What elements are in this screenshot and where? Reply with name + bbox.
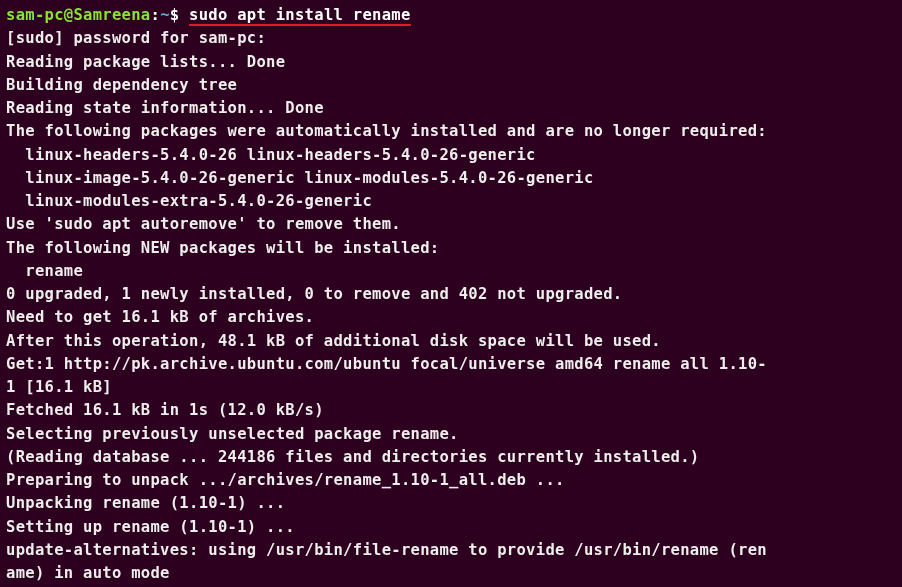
output-line: 1 [16.1 kB] — [6, 376, 896, 399]
output-line: Need to get 16.1 kB of archives. — [6, 306, 896, 329]
output-line: update-alternatives: using /usr/bin/file… — [6, 539, 896, 562]
output-line: rename — [6, 260, 896, 283]
prompt-dollar: $ — [170, 6, 189, 24]
output-line: Reading state information... Done — [6, 97, 896, 120]
output-line: Use 'sudo apt autoremove' to remove them… — [6, 213, 896, 236]
output-line: Fetched 16.1 kB in 1s (12.0 kB/s) — [6, 399, 896, 422]
output-line: Get:1 http://pk.archive.ubuntu.com/ubunt… — [6, 353, 896, 376]
output-line: The following packages were automaticall… — [6, 120, 896, 143]
output-line: Setting up rename (1.10-1) ... — [6, 516, 896, 539]
prompt-user-host: sam-pc@Samreena — [6, 6, 150, 24]
output-line: (Reading database ... 244186 files and d… — [6, 446, 896, 469]
output-line: 0 upgraded, 1 newly installed, 0 to remo… — [6, 283, 896, 306]
prompt-path: ~ — [160, 6, 170, 24]
output-line: Unpacking rename (1.10-1) ... — [6, 492, 896, 515]
output-line: The following NEW packages will be insta… — [6, 237, 896, 260]
output-line: ame) in auto mode — [6, 562, 896, 585]
output-line: Preparing to unpack .../archives/rename_… — [6, 469, 896, 492]
output-line: [sudo] password for sam-pc: — [6, 27, 896, 50]
prompt-line[interactable]: sam-pc@Samreena:~$ sudo apt install rena… — [6, 4, 896, 27]
output-line: After this operation, 48.1 kB of additio… — [6, 330, 896, 353]
output-line: linux-headers-5.4.0-26 linux-headers-5.4… — [6, 144, 896, 167]
command-text: sudo apt install rename — [189, 6, 411, 24]
output-line: Building dependency tree — [6, 74, 896, 97]
output-line: linux-image-5.4.0-26-generic linux-modul… — [6, 167, 896, 190]
prompt-colon: : — [150, 6, 160, 24]
output-line: Selecting previously unselected package … — [6, 423, 896, 446]
output-line: linux-modules-extra-5.4.0-26-generic — [6, 190, 896, 213]
output-line: Reading package lists... Done — [6, 51, 896, 74]
